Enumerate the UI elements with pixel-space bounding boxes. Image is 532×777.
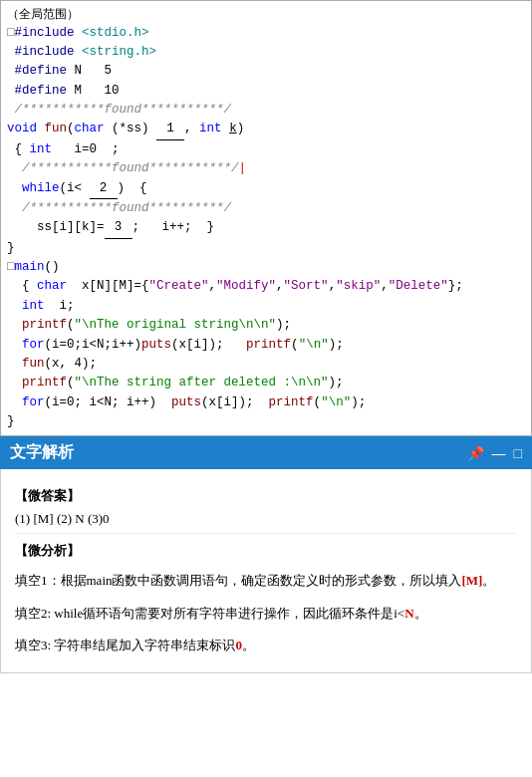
panel-controls: 📌 — □ [467,445,522,461]
code-line-17: for(i=0;i<N;i++)puts(x[i]); printf("\n")… [7,336,525,355]
code-line-8: /***********found***********/| [7,159,525,178]
close-button[interactable]: □ [514,445,522,461]
micro-analysis-title: 【微分析】 [15,542,517,560]
analysis-panel: 文字解析 📌 — □ 【微答案】 (1) [M] (2) N (3)0 【微分析… [0,436,532,672]
code-line-5: /***********found***********/ [7,101,525,120]
code-line-16: printf("\nThe original string\n\n"); [7,316,525,335]
panel-header: 文字解析 📌 — □ [0,436,532,469]
code-line-15: int i; [7,297,525,316]
code-line-14: { char x[N][M]={"Create","Modify","Sort"… [7,277,525,296]
code-line-11: ss[i][k]= 3 ; i++; } [7,218,525,238]
analysis-fill1: 填空1：根据main函数中函数调用语句，确定函数定义时的形式参数，所以填入[M]… [15,570,517,592]
code-line-19: printf("\nThe string after deleted :\n\n… [7,374,525,392]
scope-label: （全局范围） [7,5,525,24]
code-line-1: □#include <stdio.h> [7,24,525,43]
code-line-3: #define N 5 [7,62,525,81]
code-line-12: } [7,239,525,258]
divider-1 [15,533,517,534]
code-line-2: #include <string.h> [7,43,525,62]
code-line-21: } [7,412,525,431]
panel-body: 【微答案】 (1) [M] (2) N (3)0 【微分析】 填空1：根据mai… [0,469,532,672]
analysis-fill3: 填空3: 字符串结尾加入字符串结束标识0。 [15,635,517,656]
code-line-20: for(i=0; i<N; i++) puts(x[i]); printf("\… [7,393,525,412]
micro-answer-title: 【微答案】 [15,487,517,505]
code-line-7: { int i=0 ; [7,140,525,159]
panel-title: 文字解析 [10,442,74,463]
code-line-6: void fun(char (*ss) 1 , int k) [7,120,525,139]
pin-icon[interactable]: 📌 [467,445,484,461]
code-section: （全局范围） □#include <stdio.h> #include <str… [0,0,532,436]
code-line-10: /***********found**********/ [7,199,525,218]
code-line-13: □main() [7,258,525,277]
code-line-9: while(i< 2 ) { [7,179,525,199]
analysis-fill2: 填空2: while循环语句需要对所有字符串进行操作，因此循环条件是i<N。 [15,603,517,625]
minimize-button[interactable]: — [492,445,506,461]
code-line-18: fun(x, 4); [7,355,525,374]
micro-answer-content: (1) [M] (2) N (3)0 [15,511,517,527]
code-line-4: #define M 10 [7,82,525,101]
